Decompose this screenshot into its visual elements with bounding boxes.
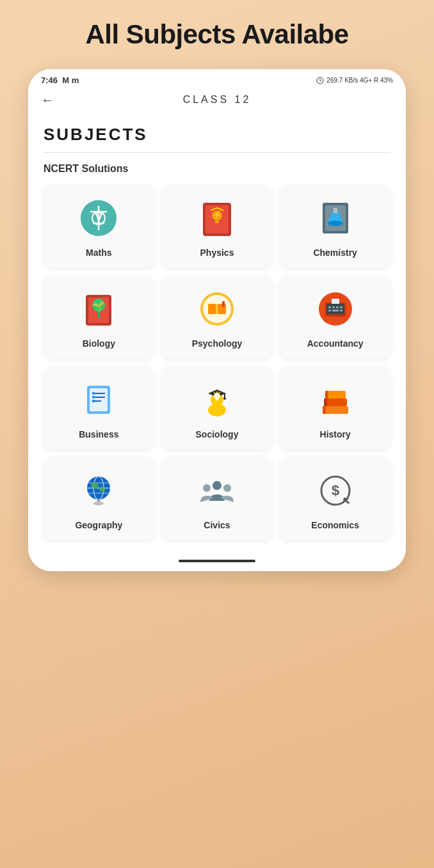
svg-text:∇: ∇ [94, 210, 104, 223]
subject-card-economics[interactable]: $ Economics [280, 457, 390, 541]
subjects-grid: ∇ Maths ⚡ [44, 185, 390, 541]
svg-rect-36 [336, 306, 339, 308]
subject-label-maths: Maths [86, 248, 111, 258]
svg-rect-49 [92, 400, 95, 402]
subject-card-biology[interactable]: 🌱 Biology [44, 276, 154, 359]
content-area: SUBJECTS NCERT Solutions [28, 112, 406, 553]
svg-rect-67 [325, 391, 328, 398]
svg-point-56 [223, 397, 226, 400]
svg-text:✓: ✓ [93, 392, 95, 395]
subject-card-business[interactable]: ✓ ✓ Business [44, 367, 154, 450]
subject-card-civics[interactable]: Civics [162, 457, 273, 541]
svg-text:⚡: ⚡ [212, 210, 221, 219]
svg-rect-58 [216, 398, 218, 400]
nav-title: CLASS 12 [183, 94, 252, 106]
physics-icon: ⚡ [197, 198, 237, 239]
bottom-bar [28, 553, 406, 571]
svg-rect-35 [332, 306, 335, 308]
svg-rect-11 [215, 221, 219, 223]
status-time: 7:46 M m [41, 75, 79, 85]
svg-point-19 [328, 221, 343, 226]
subject-label-history: History [320, 429, 351, 439]
svg-point-76 [93, 501, 104, 505]
subject-label-civics: Civics [204, 520, 230, 530]
subject-card-psychology[interactable]: Psychology [162, 276, 273, 359]
geography-icon [78, 470, 119, 511]
subject-label-geography: Geography [75, 520, 122, 530]
svg-marker-82 [341, 496, 351, 506]
subject-card-physics[interactable]: ⚡ Physics [162, 185, 273, 268]
svg-rect-28 [218, 304, 226, 314]
svg-rect-39 [332, 310, 339, 312]
subject-label-biology: Biology [83, 338, 115, 349]
page-title: All Subjects Availabe [72, 19, 361, 50]
section-label: NCERT Solutions [44, 163, 390, 175]
status-icons: 269.7 KB/s 4G+ R 43% [316, 77, 393, 84]
subject-card-chemistry[interactable]: Chemistry [280, 185, 390, 268]
subject-label-chemistry: Chemistry [313, 248, 357, 258]
svg-rect-40 [340, 310, 342, 312]
svg-rect-33 [326, 304, 344, 314]
subject-card-history[interactable]: History [280, 367, 390, 450]
subject-label-physics: Physics [200, 248, 234, 258]
svg-rect-63 [324, 398, 347, 406]
nav-bar: ← CLASS 12 [28, 89, 406, 112]
maths-icon: ∇ [78, 198, 119, 239]
subject-label-accountancy: Accountancy [307, 338, 364, 349]
svg-point-74 [99, 487, 106, 492]
psychology-icon [197, 288, 237, 329]
svg-text:🌱: 🌱 [92, 301, 105, 313]
svg-text:✓: ✓ [93, 396, 95, 399]
svg-point-78 [203, 484, 211, 492]
accountancy-icon [315, 288, 356, 329]
subject-label-sociology: Sociology [196, 429, 239, 439]
subject-card-geography[interactable]: Geography [44, 457, 154, 541]
svg-rect-38 [328, 310, 331, 312]
svg-rect-18 [334, 208, 337, 213]
phone-frame: 7:46 M m 269.7 KB/s 4G+ R 43% ← CLASS 12… [28, 69, 406, 571]
civics-icon [197, 470, 237, 511]
subject-label-psychology: Psychology [192, 338, 243, 349]
svg-rect-37 [340, 306, 342, 308]
divider [44, 152, 390, 153]
subject-card-maths[interactable]: ∇ Maths [44, 185, 154, 268]
subjects-heading: SUBJECTS [44, 125, 390, 145]
biology-icon: 🌱 [78, 288, 119, 329]
svg-rect-27 [208, 304, 216, 314]
svg-point-79 [223, 484, 231, 492]
subject-card-accountancy[interactable]: Accountancy [280, 276, 390, 359]
chemistry-icon [315, 198, 356, 239]
subject-card-sociology[interactable]: Sociology [162, 367, 273, 450]
sociology-icon [197, 379, 237, 420]
svg-rect-62 [323, 406, 348, 414]
svg-point-77 [213, 481, 221, 490]
business-icon: ✓ ✓ [78, 379, 119, 420]
svg-rect-65 [323, 406, 326, 414]
svg-rect-34 [328, 306, 331, 308]
status-bar: 7:46 M m 269.7 KB/s 4G+ R 43% [28, 69, 406, 89]
svg-rect-66 [324, 398, 327, 406]
economics-icon: $ [315, 470, 356, 511]
home-indicator [179, 560, 255, 562]
back-button[interactable]: ← [41, 93, 54, 107]
svg-text:$: $ [332, 482, 339, 498]
svg-point-73 [91, 482, 99, 489]
subject-label-economics: Economics [311, 520, 359, 530]
history-icon [315, 379, 356, 420]
subject-label-business: Business [79, 429, 118, 439]
svg-rect-41 [332, 299, 339, 304]
